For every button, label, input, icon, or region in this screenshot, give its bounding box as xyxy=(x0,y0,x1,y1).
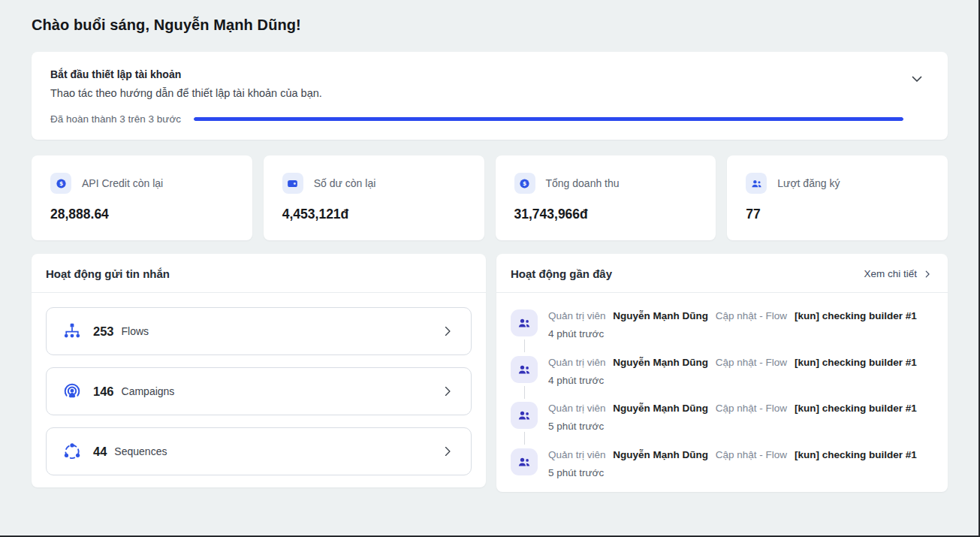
campaigns-label: Campaigns xyxy=(122,385,175,397)
dashboard-page: Chào buổi sáng, Nguyễn Mạnh Dũng! Bắt đầ… xyxy=(0,0,980,537)
stat-label: API Credit còn lại xyxy=(82,177,163,189)
view-details-link[interactable]: Xem chi tiết xyxy=(864,268,933,279)
activity-panel-title: Hoạt động gần đây xyxy=(511,267,612,280)
dollar-circle-icon: $ xyxy=(514,173,535,194)
activity-object: [kun] checking builder #1 xyxy=(795,449,917,460)
campaigns-count: 146 xyxy=(93,385,114,399)
sequences-label: Sequences xyxy=(114,445,167,457)
users-icon xyxy=(511,402,538,429)
activity-action: Cập nhật - Flow xyxy=(716,357,787,368)
chevron-down-icon[interactable] xyxy=(908,70,926,88)
chevron-right-icon xyxy=(440,444,455,459)
stat-card-revenue: $ Tổng doanh thu 31,743,966đ xyxy=(496,155,716,240)
recent-activity-panel: Hoạt động gần đây Xem chi tiết Quản trị … xyxy=(496,254,948,492)
stat-label: Lượt đăng ký xyxy=(777,177,840,189)
activity-list: Quản trị viên Nguyễn Mạnh Dũng Cập nhật … xyxy=(496,293,948,490)
stat-value: 31,743,966đ xyxy=(514,207,588,222)
sequences-count: 44 xyxy=(93,445,107,459)
sequence-icon xyxy=(62,442,82,461)
activity-item: Quản trị viên Nguyễn Mạnh Dũng Cập nhật … xyxy=(511,306,933,352)
timeline-connector xyxy=(524,432,525,445)
activity-object: [kun] checking builder #1 xyxy=(795,310,917,321)
dollar-circle-icon: $ xyxy=(50,173,71,194)
messaging-item-sequences[interactable]: 44 Sequences xyxy=(46,427,472,475)
svg-text:$: $ xyxy=(59,180,62,187)
chevron-right-icon xyxy=(922,269,933,279)
activity-item: Quản trị viên Nguyễn Mạnh Dũng Cập nhật … xyxy=(511,398,933,445)
users-icon xyxy=(511,309,538,336)
view-details-label: Xem chi tiết xyxy=(864,268,917,279)
activity-time: 5 phút trước xyxy=(548,421,921,432)
setup-progress-fill xyxy=(194,117,903,121)
messaging-panel-title: Hoạt động gửi tin nhắn xyxy=(46,267,170,280)
stat-card-api-credit: $ API Credit còn lại 28,888.64 xyxy=(32,155,252,240)
svg-text:$: $ xyxy=(523,180,526,187)
activity-time: 4 phút trước xyxy=(548,375,921,386)
activity-item: Quản trị viên Nguyễn Mạnh Dũng Cập nhật … xyxy=(511,352,933,399)
flow-icon xyxy=(62,321,82,341)
activity-object: [kun] checking builder #1 xyxy=(795,357,917,368)
flows-label: Flows xyxy=(122,325,149,337)
activity-item: Quản trị viên Nguyễn Mạnh Dũng Cập nhật … xyxy=(511,445,933,491)
campaign-icon xyxy=(62,382,82,401)
users-icon xyxy=(511,356,538,383)
messaging-activity-panel: Hoạt động gửi tin nhắn 253 Flows 146 Cam… xyxy=(32,254,486,487)
activity-action: Cập nhật - Flow xyxy=(716,449,787,460)
setup-progress-row: Đã hoàn thành 3 trên 3 bước xyxy=(50,113,929,125)
setup-progress-bar xyxy=(194,117,903,121)
setup-progress-label: Đã hoàn thành 3 trên 3 bước xyxy=(50,113,181,125)
activity-user: Nguyễn Mạnh Dũng xyxy=(613,449,708,460)
activity-time: 5 phút trước xyxy=(548,467,921,478)
chevron-right-icon xyxy=(440,324,455,339)
setup-card-subtitle: Thao tác theo hướng dẫn để thiết lập tài… xyxy=(50,87,929,99)
account-setup-card: Bắt đầu thiết lập tài khoản Thao tác the… xyxy=(32,52,948,140)
timeline-connector xyxy=(524,339,525,352)
activity-role: Quản trị viên xyxy=(548,357,606,368)
activity-user: Nguyễn Mạnh Dũng xyxy=(613,403,708,414)
timeline-connector xyxy=(524,386,525,399)
messaging-item-campaigns[interactable]: 146 Campaigns xyxy=(46,367,472,415)
activity-action: Cập nhật - Flow xyxy=(716,403,787,414)
activity-role: Quản trị viên xyxy=(548,310,606,321)
users-icon xyxy=(511,448,538,475)
stat-card-signups: Lượt đăng ký 77 xyxy=(727,155,948,240)
wallet-icon xyxy=(282,173,303,194)
messaging-item-flows[interactable]: 253 Flows xyxy=(46,307,472,355)
stat-value: 4,453,121đ xyxy=(282,207,349,222)
activity-time: 4 phút trước xyxy=(548,328,921,339)
users-icon xyxy=(746,173,767,194)
stat-label: Số dư còn lại xyxy=(314,177,376,189)
stat-card-balance: Số dư còn lại 4,453,121đ xyxy=(264,155,484,240)
messaging-list: 253 Flows 146 Campaigns xyxy=(32,293,486,475)
stat-label: Tổng doanh thu xyxy=(546,177,620,189)
setup-card-title: Bắt đầu thiết lập tài khoản xyxy=(50,68,929,80)
flows-count: 253 xyxy=(93,324,114,339)
stat-value: 77 xyxy=(746,207,760,222)
activity-role: Quản trị viên xyxy=(548,403,606,414)
stats-row: $ API Credit còn lại 28,888.64 Số dư còn… xyxy=(32,155,948,240)
activity-user: Nguyễn Mạnh Dũng xyxy=(613,357,708,368)
stat-value: 28,888.64 xyxy=(50,207,109,222)
page-title: Chào buổi sáng, Nguyễn Mạnh Dũng! xyxy=(32,17,301,34)
activity-role: Quản trị viên xyxy=(548,449,606,460)
activity-object: [kun] checking builder #1 xyxy=(795,403,917,414)
activity-user: Nguyễn Mạnh Dũng xyxy=(613,310,708,321)
chevron-right-icon xyxy=(440,384,455,399)
activity-action: Cập nhật - Flow xyxy=(716,310,787,321)
